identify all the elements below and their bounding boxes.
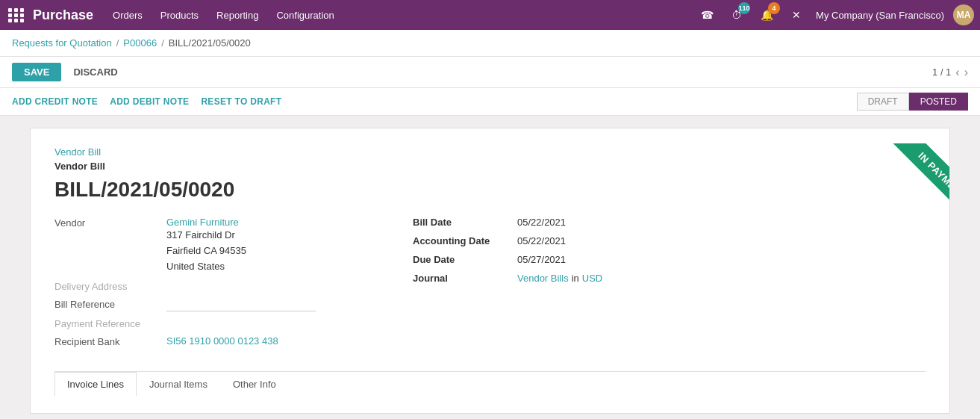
nav-configuration[interactable]: Configuration	[275, 7, 335, 24]
breadcrumb-rfq[interactable]: Requests for Quotation	[12, 37, 112, 49]
doc-type-link[interactable]: Vendor Bill	[54, 146, 926, 158]
activity-icon[interactable]: ⏱ 110	[726, 4, 747, 25]
phone-icon[interactable]: ☎	[696, 4, 717, 25]
form-right: Bill Date 05/22/2021 Accounting Date 05/…	[413, 217, 926, 353]
recipient-bank-value[interactable]: SI56 1910 0000 0123 438	[166, 335, 278, 347]
main-content: IN PAYMENT Vendor Bill Vendor Bill BILL/…	[0, 116, 980, 419]
close-icon[interactable]: ✕	[786, 4, 807, 25]
doc-title: Vendor Bill	[54, 161, 926, 172]
breadcrumb-current: BILL/2021/05/0020	[169, 37, 251, 49]
breadcrumb-po[interactable]: P00066	[123, 37, 157, 49]
delivery-label: Delivery Address	[54, 280, 166, 292]
add-credit-note-button[interactable]: ADD CREDIT NOTE	[12, 93, 107, 110]
notification-icon[interactable]: 🔔 4	[756, 4, 777, 25]
form-grid: Vendor Gemini Furniture 317 Fairchild Dr…	[54, 217, 926, 353]
app-title: Purchase	[33, 7, 93, 23]
notification-badge: 4	[768, 2, 780, 14]
nav-menu: Orders Products Reporting Configuration	[111, 7, 696, 24]
add-debit-note-button[interactable]: ADD DEBIT NOTE	[110, 93, 198, 110]
recipient-bank-label: Recipient Bank	[54, 335, 166, 347]
status-area: DRAFT POSTED	[857, 93, 968, 111]
breadcrumb-sep2: /	[161, 37, 164, 49]
accounting-date-field: Accounting Date 05/22/2021	[413, 235, 926, 246]
action-bar: SAVE DISCARD 1 / 1 ‹ ›	[0, 57, 980, 88]
vendor-address: 317 Fairchild Dr Fairfield CA 94535 Unit…	[166, 228, 246, 274]
bill-card: IN PAYMENT Vendor Bill Vendor Bill BILL/…	[30, 128, 950, 414]
tab-journal-items[interactable]: Journal Items	[137, 372, 220, 396]
bill-date-field: Bill Date 05/22/2021	[413, 217, 926, 228]
accounting-date-value[interactable]: 05/22/2021	[517, 235, 566, 246]
pager: 1 / 1 ‹ ›	[932, 66, 968, 79]
in-payment-banner: IN PAYMENT	[860, 143, 950, 263]
vendor-label: Vendor	[54, 217, 166, 229]
top-navigation: Purchase Orders Products Reporting Confi…	[0, 0, 980, 30]
due-date-field: Due Date 05/27/2021	[413, 254, 926, 265]
tab-invoice-lines[interactable]: Invoice Lines	[54, 372, 137, 396]
vendor-value: Gemini Furniture 317 Fairchild Dr Fairfi…	[166, 217, 246, 274]
bill-reference-field: Bill Reference	[54, 298, 368, 311]
breadcrumb-sep1: /	[116, 37, 119, 49]
bill-date-value[interactable]: 05/22/2021	[517, 217, 566, 228]
accounting-date-label: Accounting Date	[413, 235, 517, 246]
tab-other-info[interactable]: Other Info	[220, 372, 289, 396]
due-date-value[interactable]: 05/27/2021	[517, 254, 566, 265]
nav-orders[interactable]: Orders	[111, 7, 144, 24]
status-draft[interactable]: DRAFT	[857, 93, 909, 111]
vendor-name[interactable]: Gemini Furniture	[166, 217, 246, 228]
vendor-field: Vendor Gemini Furniture 317 Fairchild Dr…	[54, 217, 368, 274]
app-grid-icon[interactable]	[6, 4, 27, 25]
payment-reference-field: Payment Reference	[54, 317, 368, 329]
pager-text: 1 / 1	[932, 66, 951, 78]
bill-ref-label: Bill Reference	[54, 298, 166, 310]
bill-ref-input[interactable]	[166, 298, 316, 311]
journal-currency[interactable]: USD	[582, 273, 602, 284]
bill-date-label: Bill Date	[413, 217, 517, 228]
tabs: Invoice Lines Journal Items Other Info	[54, 371, 926, 395]
nav-products[interactable]: Products	[159, 7, 200, 24]
due-date-label: Due Date	[413, 254, 517, 265]
discard-button[interactable]: DISCARD	[67, 63, 123, 81]
form-left: Vendor Gemini Furniture 317 Fairchild Dr…	[54, 217, 368, 353]
journal-value[interactable]: Vendor Bills	[517, 273, 569, 284]
status-posted[interactable]: POSTED	[909, 93, 968, 111]
journal-in: in	[572, 273, 579, 284]
payment-ref-label: Payment Reference	[54, 317, 166, 329]
top-nav-right: ☎ ⏱ 110 🔔 4 ✕ My Company (San Francisco)…	[696, 4, 974, 25]
doc-number: BILL/2021/05/0020	[54, 178, 926, 202]
pager-next[interactable]: ›	[964, 66, 968, 79]
pager-prev[interactable]: ‹	[955, 66, 959, 79]
user-avatar[interactable]: MA	[953, 4, 974, 25]
reset-to-draft-button[interactable]: RESET TO DRAFT	[201, 93, 290, 110]
delivery-address-field: Delivery Address	[54, 280, 368, 292]
journal-label: Journal	[413, 273, 517, 284]
save-button[interactable]: SAVE	[12, 63, 61, 81]
breadcrumb: Requests for Quotation / P00066 / BILL/2…	[0, 30, 980, 57]
journal-field: Journal Vendor Bills in USD	[413, 273, 926, 284]
company-name: My Company (San Francisco)	[816, 10, 944, 21]
activity-badge: 110	[738, 2, 750, 14]
nav-reporting[interactable]: Reporting	[215, 7, 260, 24]
recipient-bank-field: Recipient Bank SI56 1910 0000 0123 438	[54, 335, 368, 347]
secondary-toolbar: ADD CREDIT NOTE ADD DEBIT NOTE RESET TO …	[0, 88, 980, 116]
in-payment-ribbon: IN PAYMENT	[891, 143, 950, 226]
